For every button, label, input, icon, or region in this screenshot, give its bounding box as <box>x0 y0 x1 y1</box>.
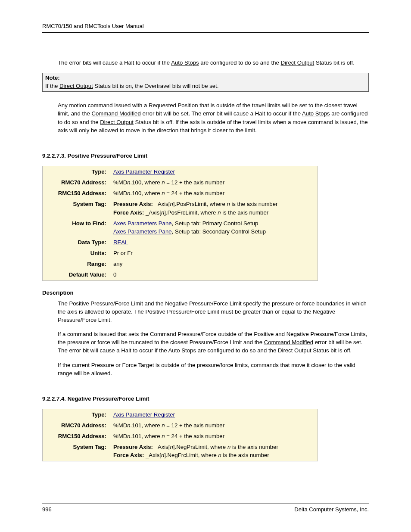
row-value: %MDn.101, where n = 12 + the axis number <box>110 420 318 431</box>
note-label: Note: <box>45 75 60 81</box>
direct-output-link[interactable]: Direct Output <box>278 347 311 354</box>
row-value: Pr or Fr <box>110 248 318 258</box>
command-modified-link[interactable]: Command Modified <box>91 110 140 117</box>
description-p3: If the current Pressure or Force Target … <box>58 361 369 377</box>
row-value: %MDn.101, where n = 24 + the axis number <box>110 431 318 442</box>
axis-parameter-register-link[interactable]: Axis Parameter Register <box>113 411 175 418</box>
command-modified-link[interactable]: Command Modified <box>264 339 313 345</box>
negative-pressure-link[interactable]: Negative Pressure/Force Limit <box>165 300 241 307</box>
row-label: Type: <box>43 409 110 420</box>
description-p1: The Positive Pressure/Force Limit and th… <box>58 299 369 324</box>
row-label: RMC70 Address: <box>43 420 110 431</box>
auto-stops-link[interactable]: Auto Stops <box>302 110 330 117</box>
axis-parameter-register-link[interactable]: Axis Parameter Register <box>113 168 175 175</box>
axes-parameters-pane-link[interactable]: Axes Parameters Pane <box>113 220 172 227</box>
row-label: System Tag: <box>43 199 110 218</box>
direct-output-link[interactable]: Direct Output <box>100 119 134 125</box>
section-heading-negative: 9.2.2.7.4. Negative Pressure/Force Limit <box>42 395 369 403</box>
row-value: %MDn.100, where n = 12 + the axis number <box>110 177 318 188</box>
row-label: RMC150 Address: <box>43 188 110 199</box>
error-bits-para: The error bits will cause a Halt to occu… <box>58 59 369 67</box>
real-link[interactable]: REAL <box>113 239 128 246</box>
row-value: Axes Parameters Pane, Setup tab: Primary… <box>110 218 318 237</box>
page: RMC70/150 and RMCTools User Manual The e… <box>0 0 411 532</box>
page-footer: 996 Delta Computer Systems, Inc. <box>42 504 369 514</box>
row-value: %MDn.100, where n = 24 + the axis number <box>110 188 318 199</box>
motion-command-para: Any motion command issued with a Request… <box>58 101 369 134</box>
auto-stops-link[interactable]: Auto Stops <box>171 59 199 66</box>
row-value: Pressure Axis: _Axis[n].PosPrsLimit, whe… <box>110 199 318 218</box>
section-heading-positive: 9.2.2.7.3. Positive Pressure/Force Limit <box>42 152 369 160</box>
row-label: Type: <box>43 166 110 177</box>
auto-stops-link[interactable]: Auto Stops <box>168 347 196 354</box>
row-value: Pressure Axis: _Axis[n].NegPrsLimit, whe… <box>110 442 318 461</box>
page-number: 996 <box>42 506 52 514</box>
row-label: Default Value: <box>43 269 110 280</box>
row-value: 0 <box>110 269 318 280</box>
description-p2: If a command is issued that sets the Com… <box>58 330 369 355</box>
row-label: RMC150 Address: <box>43 431 110 442</box>
page-header: RMC70/150 and RMCTools User Manual <box>42 22 369 33</box>
description-body: The Positive Pressure/Force Limit and th… <box>58 299 369 377</box>
description-heading: Description <box>42 289 369 297</box>
note-box: Note: If the Direct Output Status bit is… <box>42 73 369 92</box>
company-name: Delta Computer Systems, Inc. <box>294 506 369 514</box>
row-label: Range: <box>43 258 110 269</box>
row-label: Data Type: <box>43 237 110 248</box>
header-title: RMC70/150 and RMCTools User Manual <box>42 23 144 29</box>
row-label: How to Find: <box>43 218 110 237</box>
content-block-1: The error bits will cause a Halt to occu… <box>58 59 369 67</box>
content-block-2: Any motion command issued with a Request… <box>58 101 369 134</box>
row-label: RMC70 Address: <box>43 177 110 188</box>
param-table-negative: Type: Axis Parameter Register RMC70 Addr… <box>42 409 318 461</box>
direct-output-link[interactable]: Direct Output <box>59 83 93 89</box>
direct-output-link[interactable]: Direct Output <box>281 59 314 66</box>
param-table-positive: Type: Axis Parameter Register RMC70 Addr… <box>42 166 318 281</box>
row-label: Units: <box>43 248 110 258</box>
axes-parameters-pane-link[interactable]: Axes Parameters Pane <box>113 228 172 235</box>
row-value: any <box>110 258 318 269</box>
row-label: System Tag: <box>43 442 110 461</box>
